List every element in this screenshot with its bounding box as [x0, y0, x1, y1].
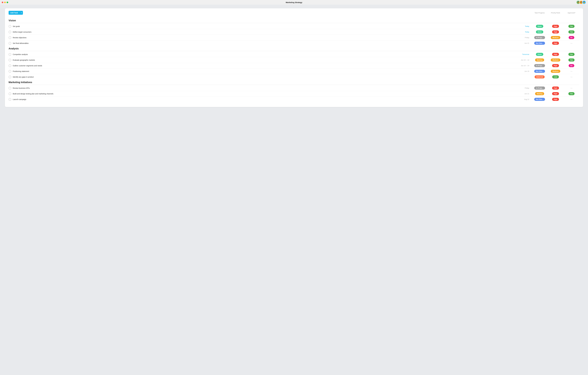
task-check-icon[interactable]: ✓	[9, 36, 11, 39]
table-row[interactable]: ✓Identify any gaps in productDeferredLow…	[9, 74, 579, 80]
close-button[interactable]	[2, 2, 3, 3]
priority-badge[interactable]: Medium	[551, 36, 560, 39]
approved-badge[interactable]: No	[569, 64, 574, 67]
maximize-button[interactable]	[7, 2, 8, 3]
priority-badge[interactable]: Medium	[551, 58, 560, 62]
progress-badge[interactable]: Not Star...	[534, 42, 545, 45]
priority-badge[interactable]: High	[552, 53, 559, 56]
approved-cell[interactable]: No	[564, 36, 579, 39]
approved-badge[interactable]: Yes	[568, 25, 575, 28]
priority-cell[interactable]: High	[547, 98, 564, 101]
priority-badge[interactable]: High	[552, 86, 559, 90]
progress-cell[interactable]: In Progr...	[532, 86, 547, 90]
task-check-icon[interactable]: ✓	[9, 87, 11, 89]
priority-cell[interactable]: High	[547, 25, 564, 28]
approved-badge[interactable]: Yes	[568, 58, 575, 62]
priority-cell[interactable]: High	[547, 92, 564, 95]
progress-badge[interactable]: Not Star...	[534, 70, 545, 73]
progress-badge[interactable]: Waiting	[535, 92, 544, 95]
progress-cell[interactable]: Done	[532, 25, 547, 28]
approved-cell[interactable]: —	[564, 42, 579, 45]
approved-badge[interactable]: Yes	[568, 53, 575, 56]
approved-badge[interactable]: Yes	[568, 30, 575, 33]
add-task-button[interactable]: Add Task ▾	[9, 11, 23, 15]
priority-cell[interactable]: Medium	[547, 58, 564, 62]
priority-cell[interactable]: High	[547, 42, 564, 45]
avatar-user-3[interactable]: 👨	[582, 0, 586, 4]
priority-cell[interactable]: High	[547, 30, 564, 33]
progress-badge[interactable]: Deferred	[535, 75, 545, 78]
progress-cell[interactable]: Not Star...	[532, 42, 547, 45]
approved-cell[interactable]: Yes	[564, 30, 579, 33]
priority-cell[interactable]: High	[547, 86, 564, 90]
priority-badge[interactable]: High	[552, 30, 559, 33]
approved-cell[interactable]: —	[564, 70, 579, 73]
approved-cell[interactable]: Yes	[564, 58, 579, 62]
priority-badge[interactable]: Low	[552, 75, 559, 78]
progress-badge[interactable]: Waiting	[535, 58, 544, 62]
progress-cell[interactable]: Waiting	[532, 58, 547, 62]
approved-badge[interactable]: Yes	[568, 92, 575, 95]
progress-badge[interactable]: Done	[536, 30, 543, 33]
progress-cell[interactable]: In Progr...	[532, 36, 547, 39]
task-check-icon[interactable]: ✓	[9, 76, 11, 78]
table-row[interactable]: ✓Evaluate geographic marketsJun 10 – 14W…	[9, 57, 579, 63]
minimize-button[interactable]	[4, 2, 6, 3]
table-row[interactable]: ✓Review objectivesFridayIn Progr...Mediu…	[9, 35, 579, 41]
task-check-icon[interactable]: ✓	[9, 64, 11, 67]
priority-cell[interactable]: High	[547, 64, 564, 67]
progress-cell[interactable]: Deferred	[532, 75, 547, 78]
priority-cell[interactable]: Medium	[547, 70, 564, 73]
progress-badge[interactable]: Not Star...	[534, 98, 545, 101]
progress-cell[interactable]: Waiting	[532, 92, 547, 95]
progress-badge[interactable]: Done	[536, 53, 543, 56]
task-check-icon[interactable]: ✓	[9, 42, 11, 45]
progress-cell[interactable]: Done	[532, 30, 547, 33]
table-row[interactable]: ✓Launch campaignAug 12Not Star...High—	[9, 96, 579, 102]
table-row[interactable]: ✓Outline customer segments and needsJun …	[9, 63, 579, 68]
progress-cell[interactable]: Done	[532, 53, 547, 56]
priority-cell[interactable]: High	[547, 53, 564, 56]
priority-cell[interactable]: Low	[547, 75, 564, 78]
table-row[interactable]: ✓Review business KPIsFridayIn Progr...Hi…	[9, 85, 579, 91]
priority-badge[interactable]: High	[552, 25, 559, 28]
progress-badge[interactable]: In Progr...	[534, 36, 545, 39]
progress-cell[interactable]: In Progr...	[532, 64, 547, 67]
approved-cell[interactable]: No	[564, 64, 579, 67]
table-row[interactable]: ✓Build and design testing plan and marke…	[9, 91, 579, 96]
priority-badge[interactable]: Medium	[551, 70, 560, 73]
priority-badge[interactable]: High	[552, 64, 559, 67]
approved-cell[interactable]: —	[564, 75, 579, 78]
priority-badge[interactable]: High	[552, 98, 559, 101]
approved-cell[interactable]: —	[564, 86, 579, 90]
progress-cell[interactable]: Not Star...	[532, 70, 547, 73]
priority-badge[interactable]: High	[552, 42, 559, 45]
task-cells: DeferredLow—	[532, 75, 579, 78]
task-check-icon[interactable]: ✓	[9, 25, 11, 28]
progress-badge[interactable]: Done	[536, 25, 543, 28]
table-row[interactable]: ✓Competitor analysisTomorrowDoneHighYes	[9, 52, 579, 57]
priority-cell[interactable]: Medium	[547, 36, 564, 39]
approved-cell[interactable]: —	[564, 98, 579, 101]
table-row[interactable]: ✓Set final deliverablesJun 21Not Star...…	[9, 41, 579, 46]
task-check-icon[interactable]: ✓	[9, 70, 11, 73]
progress-badge[interactable]: In Progr...	[534, 64, 545, 67]
task-check-icon[interactable]: ✓	[9, 31, 11, 33]
task-check-icon[interactable]: ✓	[9, 92, 11, 95]
progress-badge[interactable]: In Progr...	[534, 86, 545, 90]
table-row[interactable]: ✓Positioning statementJun 19Not Star...M…	[9, 68, 579, 74]
sections-container: Vision✓Set goalsTodayDoneHighYes✓Define …	[9, 19, 579, 102]
task-check-icon[interactable]: ✓	[9, 98, 11, 101]
approved-cell[interactable]: Yes	[564, 92, 579, 95]
task-cells: DoneHighYes	[532, 53, 579, 56]
approved-cell[interactable]: Yes	[564, 25, 579, 28]
task-check-icon[interactable]: ✓	[9, 53, 11, 56]
table-row[interactable]: ✓Define target consumersTodayDoneHighYes	[9, 29, 579, 35]
approved-badge[interactable]: No	[569, 36, 574, 39]
add-task-dropdown-icon[interactable]: ▾	[20, 11, 23, 15]
table-row[interactable]: ✓Set goalsTodayDoneHighYes	[9, 23, 579, 29]
task-check-icon[interactable]: ✓	[9, 59, 11, 61]
approved-cell[interactable]: Yes	[564, 53, 579, 56]
priority-badge[interactable]: High	[552, 92, 559, 95]
progress-cell[interactable]: Not Star...	[532, 98, 547, 101]
